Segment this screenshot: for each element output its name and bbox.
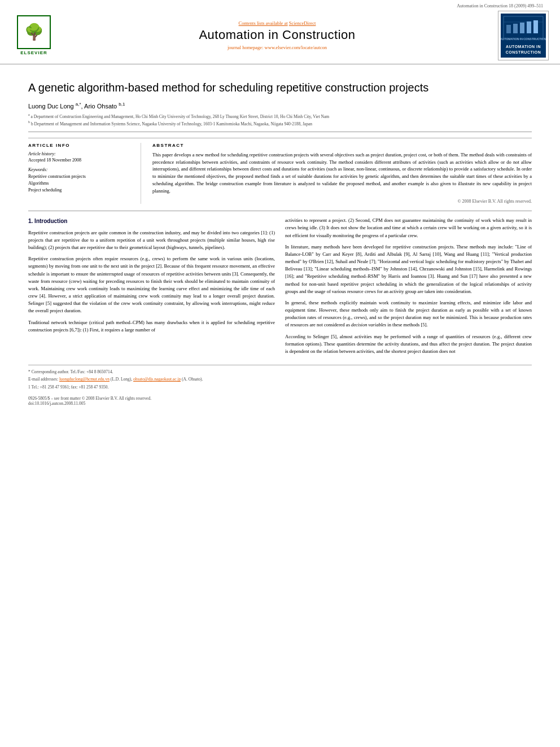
info-abstract-section: ARTICLE INFO Article history: Accepted 1… bbox=[28, 138, 532, 204]
keyword-3: Project scheduling bbox=[28, 187, 134, 194]
footnotes: * Corresponding author. Tel./Fax: +84 8 … bbox=[28, 365, 532, 390]
right-para-2: In literature, many methods have been de… bbox=[285, 243, 532, 295]
svg-text:AUTOMATION IN CONSTRUCTION: AUTOMATION IN CONSTRUCTION bbox=[501, 37, 546, 41]
authors: Luong Duc Long a,*, Ario Ohsato b,1 bbox=[28, 102, 532, 110]
keywords-label: Keywords: bbox=[28, 167, 134, 172]
article-info: ARTICLE INFO Article history: Accepted 1… bbox=[28, 143, 141, 204]
footnote-email: E-mail addresses: luongduclong@hcmut.edu… bbox=[28, 376, 532, 382]
svg-rect-5 bbox=[520, 23, 524, 33]
journal-info-top: Automation in Construction 18 (2009) 499… bbox=[11, 3, 549, 8]
article-info-title: ARTICLE INFO bbox=[28, 143, 134, 148]
keywords-section: Keywords: Repetitive construction projec… bbox=[28, 167, 134, 194]
footnote-corresponding: * Corresponding author. Tel./Fax: +84 8 … bbox=[28, 369, 532, 375]
journal-homepage: journal homepage: www.elsevier.com/locat… bbox=[62, 45, 492, 50]
journal-header: Automation in Construction 18 (2009) 499… bbox=[0, 0, 560, 64]
accepted-date: Accepted 18 November 2008 bbox=[28, 158, 134, 163]
affiliations: a a Department of Construction Engineeri… bbox=[28, 112, 532, 127]
right-para-4: According to Selinger [5], almost activi… bbox=[285, 333, 532, 356]
right-para-1: activities to represent a project. (2) S… bbox=[285, 217, 532, 239]
keyword-1: Repetitive construction projects bbox=[28, 173, 134, 180]
issn-doi: 0926-5805/$ – see front matter © 2008 El… bbox=[28, 396, 151, 406]
when-text: when bbox=[189, 320, 199, 325]
main-content: A genetic algorithm-based method for sch… bbox=[0, 64, 560, 365]
journal-title-block: Contents lists available at ScienceDirec… bbox=[56, 20, 498, 50]
automation-logo: AUTOMATION IN CONSTRUCTION AUTOMATION IN… bbox=[498, 11, 549, 60]
col-left: 1. Introduction Repetitive construction … bbox=[28, 217, 275, 359]
elsevier-tree-icon: 🌳 bbox=[24, 24, 44, 40]
footnote-1: 1 Tel.: +81 258 47 9361; fax: +81 258 47… bbox=[28, 384, 532, 390]
abstract-text: This paper develops a new method for sch… bbox=[152, 151, 532, 195]
svg-rect-4 bbox=[513, 24, 518, 33]
section-divider bbox=[28, 132, 532, 132]
journal-main-title: Automation in Construction bbox=[62, 28, 492, 42]
elsevier-brand: ELSEVIER bbox=[20, 50, 47, 55]
intro-para-3: Traditional network technique (critical … bbox=[28, 319, 275, 334]
section-1-heading: 1. Introduction bbox=[28, 217, 275, 226]
intro-para-1: Repetitive construction projects are qui… bbox=[28, 229, 275, 252]
science-direct-link: Contents lists available at ScienceDirec… bbox=[62, 20, 492, 26]
article-title: A genetic algorithm-based method for sch… bbox=[28, 80, 532, 95]
body-columns: 1. Introduction Repetitive construction … bbox=[28, 211, 532, 359]
page: Automation in Construction 18 (2009) 499… bbox=[0, 0, 560, 747]
right-para-3: In general, these methods explicitly mai… bbox=[285, 299, 532, 329]
history-label: Article history: bbox=[28, 151, 134, 156]
svg-rect-7 bbox=[533, 20, 538, 33]
affiliation-b: b b Department of Management and Informa… bbox=[28, 120, 532, 127]
abstract-title: ABSTRACT bbox=[152, 143, 532, 148]
issn-line: 0926-5805/$ – see front matter © 2008 El… bbox=[28, 396, 151, 401]
automation-logo-image: AUTOMATION IN CONSTRUCTION bbox=[501, 14, 546, 42]
doi-line: doi:10.1016/j.autcon.2008.11.005 bbox=[28, 401, 151, 406]
abstract-copyright: © 2008 Elsevier B.V. All rights reserved… bbox=[152, 199, 532, 204]
email-link-2[interactable]: ohsato@djs.nagaokaut.ac.jp bbox=[133, 377, 181, 382]
intro-para-2: Repetitive construction projects often r… bbox=[28, 255, 275, 314]
footer-bottom: 0926-5805/$ – see front matter © 2008 El… bbox=[0, 396, 560, 406]
email-link-1[interactable]: luongduclong@hcmut.edu.vn bbox=[59, 377, 110, 382]
affiliation-a: a a Department of Construction Engineeri… bbox=[28, 112, 532, 120]
keyword-2: Algorithms bbox=[28, 180, 134, 187]
automation-logo-text: AUTOMATION IN CONSTRUCTION bbox=[501, 42, 546, 58]
elsevier-logo: 🌳 ELSEVIER bbox=[11, 15, 56, 55]
svg-rect-3 bbox=[506, 25, 511, 33]
abstract-section: ABSTRACT This paper develops a new metho… bbox=[152, 143, 532, 204]
col-right: activities to represent a project. (2) S… bbox=[285, 217, 532, 359]
svg-rect-6 bbox=[527, 21, 531, 33]
